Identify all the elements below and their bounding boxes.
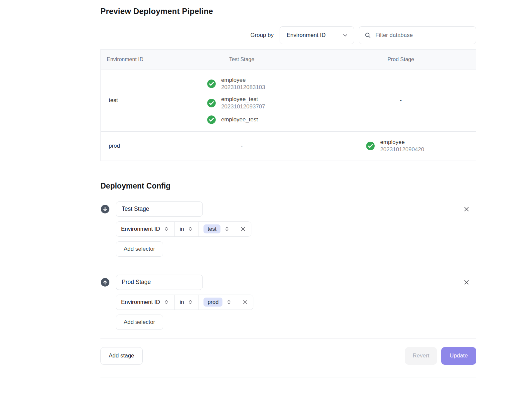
add-selector-button[interactable]: Add selector [116, 241, 163, 257]
chevrons-up-down-icon [164, 299, 169, 305]
filter-database-box [359, 26, 476, 44]
remove-stage-button[interactable] [461, 203, 472, 215]
column-header-environment-id: Environment ID [101, 50, 158, 69]
add-stage-button[interactable]: Add stage [100, 347, 143, 365]
database-name: employee_test [221, 96, 265, 103]
check-circle-icon [366, 141, 375, 151]
bottom-divider [100, 377, 476, 377]
search-icon [364, 32, 371, 39]
table-controls: Group by Environment ID [100, 26, 476, 44]
group-by-select[interactable]: Environment ID [280, 26, 354, 44]
remove-selector-button[interactable] [235, 222, 251, 236]
pipeline-table: Environment ID Test Stage Prod Stage tes… [100, 49, 476, 161]
group-by-selected-value: Environment ID [287, 32, 326, 39]
group-by-label: Group by [250, 32, 274, 39]
selector-group: Environment ID in prod [116, 295, 253, 310]
chevrons-up-down-icon [224, 226, 230, 232]
add-selector-button[interactable]: Add selector [116, 315, 163, 330]
close-icon [242, 299, 248, 306]
chevrons-up-down-icon [188, 226, 193, 232]
selector-value-tag: prod [203, 298, 222, 307]
close-icon [463, 205, 470, 213]
selector-key-select[interactable]: Environment ID [116, 222, 174, 236]
selector-operator-value: in [180, 299, 184, 306]
stage-block-test: Environment ID in test [100, 201, 476, 257]
page-title: Preview Deployment Pipeline [100, 0, 476, 16]
arrow-down-circle-icon [100, 204, 110, 214]
selector-key-select[interactable]: Environment ID [116, 295, 174, 310]
chevrons-up-down-icon [164, 226, 169, 232]
update-button[interactable]: Update [441, 347, 476, 365]
environment-id-cell: prod [101, 139, 158, 154]
stage-title-input[interactable] [116, 275, 203, 290]
selector-operator-value: in [180, 226, 184, 232]
database-name: employee_test [221, 116, 258, 123]
remove-stage-button[interactable] [461, 277, 472, 288]
stage-divider [100, 338, 476, 338]
task-timestamp: 20231012093707 [221, 103, 265, 110]
table-row-test: test employee 20231012083103 [101, 69, 476, 131]
selector-key-value: Environment ID [121, 299, 160, 306]
selector-value-tag: test [203, 224, 220, 233]
stage-title-input[interactable] [116, 201, 203, 217]
database-name: employee [221, 76, 265, 84]
close-icon [463, 279, 470, 286]
prod-stage-empty-cell: - [326, 76, 476, 124]
stage-block-prod: Environment ID in prod [100, 275, 476, 330]
selector-value-select[interactable]: test [198, 222, 235, 236]
filter-database-input[interactable] [375, 32, 470, 39]
selector-operator-select[interactable]: in [174, 295, 198, 310]
task-item[interactable]: employee 20231012090420 [366, 139, 436, 154]
revert-button[interactable]: Revert [405, 347, 437, 365]
deployment-config-title: Deployment Config [100, 161, 476, 191]
deployment-pipeline-page: Preview Deployment Pipeline Group by Env… [100, 0, 476, 377]
arrow-up-circle-icon [100, 278, 110, 287]
test-stage-empty-cell: - [158, 139, 326, 154]
environment-id-cell: test [101, 76, 158, 124]
selector-key-value: Environment ID [121, 226, 160, 232]
column-header-prod-stage: Prod Stage [326, 50, 476, 69]
selector-group: Environment ID in test [116, 221, 251, 237]
selector-value-select[interactable]: prod [198, 295, 237, 310]
close-icon [240, 226, 246, 232]
table-row-prod: prod - employee 20231012090420 [101, 131, 476, 161]
chevrons-up-down-icon [226, 299, 232, 305]
check-circle-icon [207, 98, 216, 108]
check-circle-icon [207, 79, 216, 88]
task-timestamp: 20231012090420 [380, 146, 424, 153]
task-item[interactable]: employee_test [207, 115, 277, 124]
test-stage-cell: employee 20231012083103 employee_test 20… [158, 76, 326, 124]
chevron-down-icon [342, 32, 348, 39]
task-item[interactable]: employee_test 20231012093707 [207, 96, 277, 111]
task-timestamp: 20231012083103 [221, 84, 265, 91]
config-footer: Add stage Revert Update [100, 347, 476, 365]
pipeline-table-header: Environment ID Test Stage Prod Stage [101, 50, 476, 69]
stage-divider [100, 265, 476, 265]
task-item[interactable]: employee 20231012083103 [207, 76, 277, 91]
check-circle-icon [207, 115, 216, 124]
column-header-test-stage: Test Stage [158, 50, 326, 69]
prod-stage-cell: employee 20231012090420 [326, 139, 476, 154]
database-name: employee [380, 139, 424, 146]
chevrons-up-down-icon [188, 299, 193, 305]
remove-selector-button[interactable] [237, 295, 253, 310]
selector-operator-select[interactable]: in [174, 222, 198, 236]
